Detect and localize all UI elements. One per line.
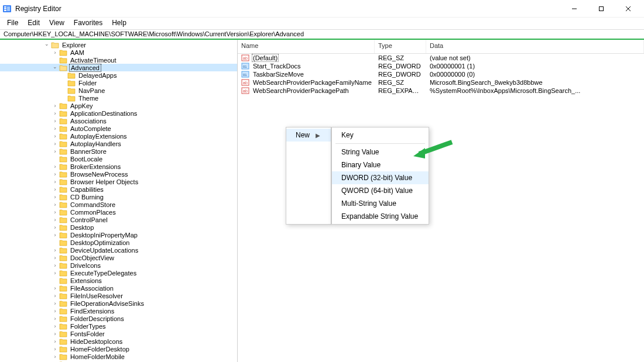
- tree-item[interactable]: ›AppKey: [0, 102, 237, 109]
- tree-item[interactable]: ›CD Burning: [0, 193, 237, 201]
- tree-item[interactable]: ›BrokerExtensions: [0, 163, 237, 170]
- chevron-right-icon[interactable]: ›: [52, 323, 59, 330]
- chevron-right-icon[interactable]: ›: [52, 118, 59, 125]
- column-data[interactable]: Data: [426, 40, 644, 53]
- context-item[interactable]: QWORD (64-bit) Value: [332, 184, 429, 197]
- chevron-right-icon[interactable]: ›: [52, 338, 59, 345]
- tree-item[interactable]: ›AutoComplete: [0, 125, 237, 132]
- chevron-right-icon[interactable]: ›: [52, 232, 59, 239]
- tree-item[interactable]: ›FileOperationAdviseSinks: [0, 299, 237, 307]
- list-row[interactable]: abWebSearchProviderPackageFamilyNameREG_…: [238, 78, 644, 87]
- tree-item[interactable]: ›FolderDescriptions: [0, 315, 237, 322]
- chevron-right-icon[interactable]: ›: [52, 224, 59, 231]
- chevron-right-icon[interactable]: ›: [52, 315, 59, 322]
- tree-item[interactable]: ›FindExtensions: [0, 307, 237, 315]
- tree-item[interactable]: ›Desktop: [0, 223, 237, 231]
- tree-item[interactable]: NavPane: [0, 87, 237, 94]
- tree-item[interactable]: ›AAM: [0, 49, 237, 56]
- tree-item[interactable]: ›FileAssociation: [0, 284, 237, 292]
- list-row[interactable]: ab(Default)REG_SZ(value not set): [238, 54, 644, 62]
- chevron-right-icon[interactable]: ›: [52, 133, 59, 140]
- address-bar[interactable]: Computer\HKEY_LOCAL_MACHINE\SOFTWARE\Mic…: [0, 29, 644, 40]
- chevron-right-icon[interactable]: ›: [52, 270, 59, 277]
- list-row[interactable]: 01Start_TrackDocsREG_DWORD0x00000001 (1): [238, 62, 644, 70]
- list-body[interactable]: ab(Default)REG_SZ(value not set)01Start_…: [238, 54, 644, 362]
- context-item[interactable]: Expandable String Value: [332, 210, 429, 223]
- chevron-right-icon[interactable]: ›: [52, 330, 59, 337]
- chevron-right-icon[interactable]: ›: [52, 110, 59, 117]
- menu-help[interactable]: Help: [107, 18, 131, 29]
- chevron-right-icon[interactable]: ›: [52, 163, 59, 170]
- chevron-right-icon[interactable]: ›: [52, 247, 59, 254]
- chevron-right-icon[interactable]: ›: [52, 209, 59, 216]
- chevron-right-icon[interactable]: ›: [52, 285, 59, 292]
- tree-item[interactable]: ›HomeFolderDesktop: [0, 345, 237, 353]
- tree-item[interactable]: BootLocale: [0, 155, 237, 163]
- tree-item[interactable]: ›DesktopIniPropertyMap: [0, 231, 237, 239]
- chevron-right-icon[interactable]: ›: [52, 102, 59, 109]
- tree-pane[interactable]: ⌄Explorer›AAMActivateTimeout⌄AdvancedDel…: [0, 40, 238, 362]
- tree-item[interactable]: ›HideDesktopIcons: [0, 337, 237, 345]
- context-item[interactable]: String Value: [332, 146, 429, 158]
- chevron-right-icon[interactable]: ›: [52, 148, 59, 155]
- list-row[interactable]: 01TaskbarSizeMoveREG_DWORD0x00000000 (0): [238, 70, 644, 78]
- tree-item[interactable]: DelayedApps: [0, 71, 237, 79]
- tree-item[interactable]: Folder: [0, 79, 237, 87]
- tree-item[interactable]: ›FileInUseResolver: [0, 292, 237, 299]
- column-name[interactable]: Name: [238, 40, 375, 53]
- chevron-right-icon[interactable]: ›: [52, 262, 59, 269]
- chevron-right-icon[interactable]: ›: [52, 49, 59, 56]
- chevron-right-icon[interactable]: ›: [52, 254, 59, 261]
- tree-item[interactable]: ⌄Explorer: [0, 41, 237, 49]
- chevron-right-icon[interactable]: ›: [52, 186, 59, 193]
- chevron-right-icon[interactable]: ›: [52, 308, 59, 315]
- tree-item[interactable]: ⌄Advanced: [0, 64, 237, 71]
- tree-item[interactable]: ActivateTimeout: [0, 56, 237, 64]
- context-item[interactable]: Key: [332, 129, 429, 142]
- close-button[interactable]: [615, 0, 642, 18]
- menu-edit[interactable]: Edit: [23, 18, 44, 29]
- tree-item[interactable]: ›Browser Helper Objects: [0, 178, 237, 185]
- menu-file[interactable]: File: [2, 18, 23, 29]
- tree-item[interactable]: Extensions: [0, 277, 237, 284]
- chevron-right-icon[interactable]: ›: [52, 201, 59, 208]
- tree-item[interactable]: ›CommandStore: [0, 201, 237, 208]
- chevron-right-icon[interactable]: ›: [52, 140, 59, 147]
- tree-item[interactable]: ›ExecuteTypeDelegates: [0, 269, 237, 277]
- tree-item[interactable]: ›BrowseNewProcess: [0, 170, 237, 178]
- tree-item[interactable]: ›AutoplayExtensions: [0, 132, 237, 140]
- tree-item[interactable]: ›Capabilities: [0, 185, 237, 193]
- chevron-right-icon[interactable]: ›: [52, 171, 59, 178]
- column-type[interactable]: Type: [375, 40, 426, 53]
- chevron-right-icon[interactable]: ›: [52, 353, 59, 360]
- maximize-button[interactable]: [588, 0, 615, 18]
- tree-item[interactable]: ›ApplicationDestinations: [0, 109, 237, 117]
- chevron-right-icon[interactable]: ›: [52, 216, 59, 223]
- menu-view[interactable]: View: [44, 18, 69, 29]
- tree-item[interactable]: ›CommonPlaces: [0, 208, 237, 216]
- chevron-right-icon[interactable]: ›: [52, 125, 59, 132]
- chevron-right-icon[interactable]: ›: [52, 178, 59, 185]
- tree-item[interactable]: ›DeviceUpdateLocations: [0, 246, 237, 254]
- list-row[interactable]: abWebSearchProviderPackagePathREG_EXPAND…: [238, 87, 644, 95]
- tree-item[interactable]: ›FolderTypes: [0, 322, 237, 330]
- tree-item[interactable]: ›BannerStore: [0, 147, 237, 155]
- context-item[interactable]: Multi-String Value: [332, 197, 429, 210]
- chevron-right-icon[interactable]: ›: [52, 300, 59, 307]
- chevron-right-icon[interactable]: ›: [52, 292, 59, 299]
- tree-item[interactable]: ›FontsFolder: [0, 330, 237, 337]
- tree-item[interactable]: ›Associations: [0, 117, 237, 125]
- context-item-new[interactable]: New ▶: [286, 129, 331, 142]
- chevron-down-icon[interactable]: ⌄: [52, 63, 59, 70]
- tree-item[interactable]: DesktopOptimization: [0, 239, 237, 246]
- tree-item[interactable]: ›AutoplayHandlers: [0, 140, 237, 147]
- tree-item[interactable]: ›HomeFolderMobile: [0, 353, 237, 360]
- tree-item[interactable]: ›DocObjectView: [0, 254, 237, 261]
- tree-item[interactable]: ›DriveIcons: [0, 261, 237, 269]
- chevron-right-icon[interactable]: ›: [52, 194, 59, 201]
- minimize-button[interactable]: [561, 0, 588, 18]
- tree-item[interactable]: Theme: [0, 94, 237, 102]
- context-item[interactable]: Binary Value: [332, 158, 429, 171]
- chevron-down-icon[interactable]: ⌄: [43, 40, 50, 47]
- tree-item[interactable]: ›ControlPanel: [0, 216, 237, 223]
